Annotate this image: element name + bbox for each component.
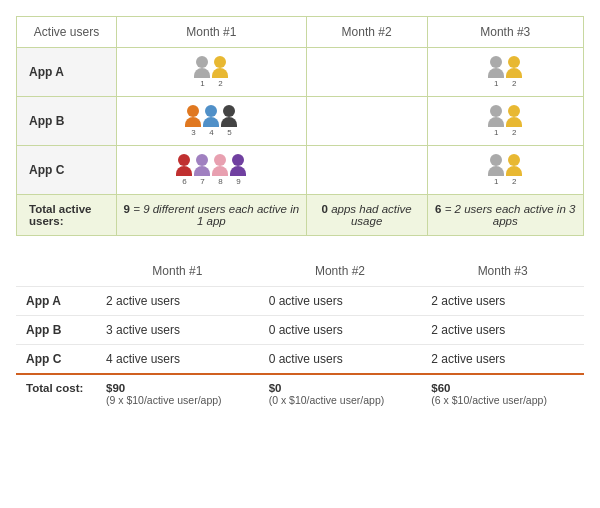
app-month2-cell xyxy=(306,146,427,195)
bottom-month1-cell: 4 active users xyxy=(96,345,259,375)
bottom-total-month3: $60 (6 x $10/active user/app) xyxy=(421,374,584,413)
app-month3-cell: 1 2 xyxy=(427,146,583,195)
top-total-month2: 0 apps had active usage xyxy=(306,195,427,236)
bottom-month1-cell: 3 active users xyxy=(96,316,259,345)
app-month1-cell: 6 7 8 9 xyxy=(117,146,307,195)
bottom-total-row: Total cost: $90 (9 x $10/active user/app… xyxy=(16,374,584,413)
user-icon: 3 xyxy=(185,105,201,137)
user-icon: 9 xyxy=(230,154,246,186)
total-active-users-label: Total active users: xyxy=(17,195,117,236)
top-total-month1: 9 = 9 different users each active in 1 a… xyxy=(117,195,307,236)
bottom-month3-cell: 2 active users xyxy=(421,287,584,316)
bottom-month2-cell: 0 active users xyxy=(259,345,422,375)
app-month2-cell xyxy=(306,48,427,97)
app-label: App B xyxy=(17,97,117,146)
bottom-month2-cell: 0 active users xyxy=(259,316,422,345)
app-month3-cell: 1 2 xyxy=(427,97,583,146)
user-icon: 6 xyxy=(176,154,192,186)
user-icon: 2 xyxy=(212,56,228,88)
top-app-row: App C 6 7 8 9 1 2 xyxy=(17,146,584,195)
top-total-month3: 6 = 2 users each active in 3 apps xyxy=(427,195,583,236)
col-header-month2: Month #2 xyxy=(306,17,427,48)
top-app-row: App A 1 2 1 2 xyxy=(17,48,584,97)
bottom-app-row: App B 3 active users 0 active users 2 ac… xyxy=(16,316,584,345)
user-icon: 1 xyxy=(488,154,504,186)
bottom-col-month2: Month #2 xyxy=(259,260,422,287)
user-icon: 1 xyxy=(488,105,504,137)
user-icon: 5 xyxy=(221,105,237,137)
bottom-app-row: App A 2 active users 0 active users 2 ac… xyxy=(16,287,584,316)
bottom-total-month1: $90 (9 x $10/active user/app) xyxy=(96,374,259,413)
user-icon: 7 xyxy=(194,154,210,186)
bottom-app-label: App C xyxy=(16,345,96,375)
bottom-cost-table: Month #1 Month #2 Month #3 App A 2 activ… xyxy=(16,260,584,413)
app-month1-cell: 3 4 5 xyxy=(117,97,307,146)
bottom-col-month3: Month #3 xyxy=(421,260,584,287)
col-header-month3: Month #3 xyxy=(427,17,583,48)
user-icon: 2 xyxy=(506,154,522,186)
app-month3-cell: 1 2 xyxy=(427,48,583,97)
bottom-app-label: App B xyxy=(16,316,96,345)
bottom-col-empty xyxy=(16,260,96,287)
bottom-app-row: App C 4 active users 0 active users 2 ac… xyxy=(16,345,584,375)
bottom-total-month2: $0 (0 x $10/active user/app) xyxy=(259,374,422,413)
app-label: App C xyxy=(17,146,117,195)
top-usage-table: Active users Month #1 Month #2 Month #3 … xyxy=(16,16,584,236)
bottom-col-month1: Month #1 xyxy=(96,260,259,287)
top-app-row: App B 3 4 5 1 2 xyxy=(17,97,584,146)
bottom-app-label: App A xyxy=(16,287,96,316)
bottom-month2-cell: 0 active users xyxy=(259,287,422,316)
user-icon: 8 xyxy=(212,154,228,186)
total-cost-label: Total cost: xyxy=(16,374,96,413)
col-header-month1: Month #1 xyxy=(117,17,307,48)
bottom-month3-cell: 2 active users xyxy=(421,316,584,345)
app-month1-cell: 1 2 xyxy=(117,48,307,97)
bottom-month1-cell: 2 active users xyxy=(96,287,259,316)
user-icon: 2 xyxy=(506,56,522,88)
user-icon: 1 xyxy=(194,56,210,88)
user-icon: 2 xyxy=(506,105,522,137)
app-label: App A xyxy=(17,48,117,97)
app-month2-cell xyxy=(306,97,427,146)
user-icon: 1 xyxy=(488,56,504,88)
col-header-label: Active users xyxy=(17,17,117,48)
user-icon: 4 xyxy=(203,105,219,137)
bottom-month3-cell: 2 active users xyxy=(421,345,584,375)
top-total-row: Total active users: 9 = 9 different user… xyxy=(17,195,584,236)
